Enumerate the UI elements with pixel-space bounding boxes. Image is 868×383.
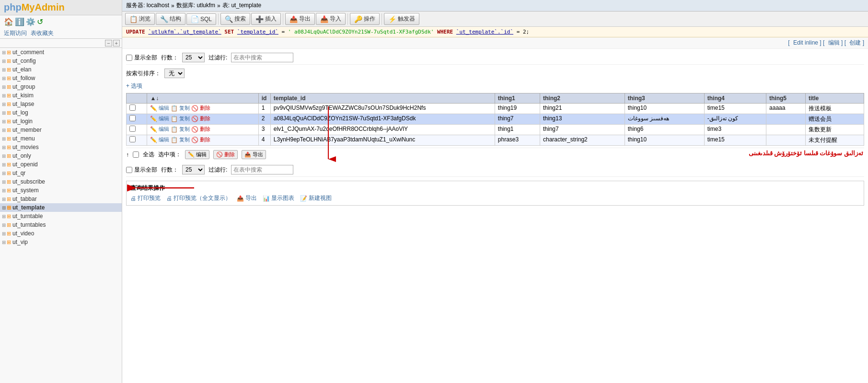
- result-action-1[interactable]: 🖨打印预览（全文显示）: [166, 194, 231, 202]
- create-link[interactable]: 创建: [849, 39, 861, 46]
- toolbar-btn-操作[interactable]: 🔑操作: [350, 13, 380, 25]
- th-thing1[interactable]: thing1: [495, 93, 540, 104]
- delete-row-btn-0[interactable]: 删除: [200, 104, 210, 112]
- row-count-select[interactable]: 25 50 100: [182, 53, 205, 62]
- delete-row-btn-3[interactable]: 删除: [200, 136, 210, 143]
- result-action-label-3: 显示图表: [271, 194, 294, 202]
- toolbar-btn-触发器[interactable]: ⚡触发器: [384, 13, 419, 25]
- row-checkbox-1[interactable]: [129, 115, 136, 121]
- copy-row-icon-3: 📋: [171, 137, 178, 143]
- breadcrumb-arrow1: »: [171, 2, 174, 9]
- recent-visits-link[interactable]: 近期访问: [4, 29, 27, 37]
- edit-selected-btn[interactable]: ✏️ 编辑: [185, 150, 209, 159]
- row-checkbox-3[interactable]: [129, 136, 136, 142]
- toolbar-btn-结构[interactable]: 🔧结构: [156, 13, 185, 25]
- sidebar-item-label: ut_config: [12, 58, 36, 64]
- sidebar-item-ut_follow[interactable]: ⊞ ⊞ ut_follow: [0, 74, 122, 82]
- sidebar-item-ut_comment[interactable]: ⊞ ⊞ ut_comment: [0, 48, 122, 57]
- th-thing3[interactable]: thing3: [625, 93, 704, 104]
- filter-input-top[interactable]: [231, 53, 293, 62]
- th-thing5[interactable]: thing5: [766, 93, 806, 104]
- th-id[interactable]: id: [258, 93, 270, 104]
- row-checkbox-cell: [127, 135, 147, 146]
- edit-inline-link[interactable]: Edit inline: [793, 39, 818, 46]
- sidebar-item-ut_menu[interactable]: ⊞ ⊞ ut_menu: [0, 134, 122, 143]
- select-all-checkbox[interactable]: [133, 151, 139, 158]
- th-template-id[interactable]: template_id: [270, 93, 495, 104]
- show-all-checkbox-bottom[interactable]: [126, 167, 132, 173]
- edit-row-btn-0[interactable]: 编辑: [159, 104, 169, 112]
- row-checkbox-0[interactable]: [129, 104, 136, 111]
- sidebar-item-ut_config[interactable]: ⊞ ⊞ ut_config: [0, 57, 122, 65]
- result-action-4[interactable]: 📝新建视图: [300, 194, 332, 202]
- th-thing4[interactable]: thing4: [704, 93, 766, 104]
- toolbar-btn-导入[interactable]: 📥导入: [316, 13, 346, 25]
- sidebar-item-ut_turntable[interactable]: ⊞ ⊞ ut_turntable: [0, 212, 122, 221]
- sidebar-item-ut_login[interactable]: ⊞ ⊞ ut_login: [0, 117, 122, 126]
- breadcrumb-server[interactable]: 服务器: localhost: [126, 1, 169, 10]
- content-area: 显示全部 行数： 25 50 100 过滤行: 按索引排序： 无 + 选项: [122, 49, 868, 383]
- th-thing2[interactable]: thing2: [540, 93, 625, 104]
- main-toolbar: 📋浏览🔧结构📄SQL🔍搜索➕插入📤导出📥导入🔑操作⚡触发器: [122, 12, 868, 27]
- edit-row-btn-3[interactable]: 编辑: [159, 136, 169, 143]
- result-action-0[interactable]: 🖨打印预览: [130, 194, 161, 202]
- sql-value: ' a08J4LqQuAClDdC9ZOYn21SW-7uSqtd1-XF3af…: [288, 29, 434, 35]
- sidebar-item-ut_kisim[interactable]: ⊞ ⊞ ut_kisim: [0, 91, 122, 100]
- delete-selected-btn[interactable]: 🚫 删除: [213, 150, 238, 159]
- sidebar-item-ut_subscribe[interactable]: ⊞ ⊞ ut_subscribe: [0, 177, 122, 186]
- th-title[interactable]: title: [805, 93, 864, 104]
- bookmarks-link[interactable]: 表收藏夹: [31, 29, 54, 37]
- result-action-2[interactable]: 📤导出: [237, 194, 257, 202]
- edit-row-btn-2[interactable]: 编辑: [159, 126, 169, 133]
- sidebar-item-ut_lapse[interactable]: ⊞ ⊞ ut_lapse: [0, 100, 122, 108]
- sidebar-item-ut_tabbar[interactable]: ⊞ ⊞ ut_tabbar: [0, 195, 122, 203]
- sidebar-item-ut_elan[interactable]: ⊞ ⊞ ut_elan: [0, 65, 122, 74]
- options-link[interactable]: + 选项: [126, 82, 142, 90]
- delete-row-btn-1[interactable]: 删除: [200, 115, 210, 122]
- sidebar-item-ut_log[interactable]: ⊞ ⊞ ut_log: [0, 108, 122, 117]
- sidebar-item-ut_turntables[interactable]: ⊞ ⊞ ut_turntables: [0, 221, 122, 229]
- settings-icon[interactable]: ⚙️: [26, 17, 35, 26]
- sidebar-item-ut_system[interactable]: ⊞ ⊞ ut_system: [0, 186, 122, 195]
- breadcrumb-database[interactable]: 数据库: utlukfm: [176, 1, 215, 10]
- scroll-right-btn[interactable]: +: [113, 40, 120, 46]
- sidebar-item-ut_openid[interactable]: ⊞ ⊞ ut_openid: [0, 160, 122, 169]
- sidebar-item-ut_qr[interactable]: ⊞ ⊞ ut_qr: [0, 169, 122, 177]
- copy-row-btn-0[interactable]: 复制: [179, 104, 190, 112]
- export-selected-btn[interactable]: 📤 导出: [242, 150, 266, 159]
- toolbar-btn-SQL[interactable]: 📄SQL: [186, 13, 216, 25]
- toolbar-btn-浏览[interactable]: 📋浏览: [125, 13, 155, 25]
- show-all-checkbox[interactable]: [126, 55, 132, 61]
- sidebar-item-ut_group[interactable]: ⊞ ⊞ ut_group: [0, 82, 122, 91]
- home-icon[interactable]: 🏠: [4, 17, 13, 26]
- toolbar-btn-搜索[interactable]: 🔍搜索: [220, 13, 250, 25]
- sidebar-item-ut_member[interactable]: ⊞ ⊞ ut_member: [0, 126, 122, 134]
- copy-row-btn-2[interactable]: 复制: [179, 126, 190, 133]
- toolbar-btn-导出[interactable]: 📤导出: [285, 13, 315, 25]
- copy-row-btn-3[interactable]: 复制: [179, 136, 190, 143]
- row-thing3-cell: thing10: [625, 104, 704, 114]
- tree-expand-icon: ⊞: [2, 110, 6, 116]
- sidebar-item-ut_only[interactable]: ⊞ ⊞ ut_only: [0, 151, 122, 160]
- info-icon[interactable]: ℹ️: [15, 17, 24, 26]
- sidebar-item-ut_template[interactable]: ⊞ ⊞ ut_template: [0, 203, 122, 212]
- sidebar-item-ut_movies[interactable]: ⊞ ⊞ ut_movies: [0, 143, 122, 151]
- row-checkbox-2[interactable]: [129, 126, 136, 132]
- edit-row-btn-1[interactable]: 编辑: [159, 115, 169, 122]
- result-action-3[interactable]: 📊显示图表: [263, 194, 294, 202]
- th-actions: ▲↓: [147, 93, 258, 104]
- table-row: ✏️ 编辑 📋 复制 🚫 删除 3elv1_CJQumAX-7u2deOfHRR…: [127, 125, 864, 135]
- edit-link[interactable]: 编辑: [828, 39, 840, 46]
- sort-select[interactable]: 无: [164, 69, 185, 78]
- row-count-select-bottom[interactable]: 25 50 100: [182, 165, 205, 174]
- toolbar-btn-插入[interactable]: ➕插入: [251, 13, 281, 25]
- scroll-left-btn[interactable]: −: [105, 40, 112, 46]
- copy-row-btn-1[interactable]: 复制: [179, 115, 190, 122]
- filter-input-bottom[interactable]: [231, 165, 293, 174]
- sidebar-item-ut_video[interactable]: ⊞ ⊞ ut_video: [0, 229, 122, 238]
- sidebar-item-ut_vip[interactable]: ⊞ ⊞ ut_vip: [0, 238, 122, 246]
- row-title-cell: 赠送会员: [805, 114, 864, 125]
- results-title: 查询结果操作: [130, 184, 860, 192]
- delete-row-btn-2[interactable]: 删除: [200, 126, 210, 133]
- refresh-icon[interactable]: ↺: [37, 17, 43, 26]
